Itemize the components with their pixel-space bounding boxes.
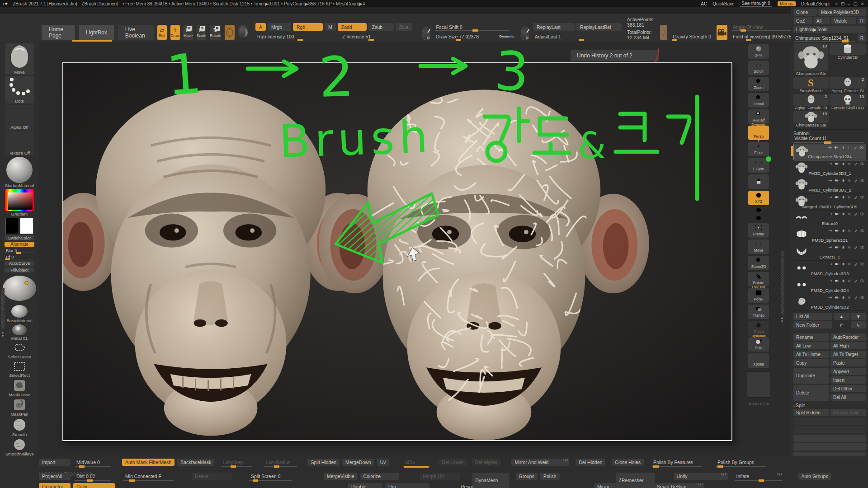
- brush-preview[interactable]: [225, 25, 235, 40]
- subtool-item[interactable]: Merged_PM3D_Cylinder3D5: [793, 194, 866, 211]
- metal-material-thumb[interactable]: [12, 324, 27, 335]
- zcut-toggle[interactable]: Zcut: [396, 23, 412, 31]
- gravity-strength-slider[interactable]: Gravity Strength 0: [671, 33, 713, 40]
- bottom-control[interactable]: Del Higher: [472, 459, 501, 466]
- bottom-control[interactable]: ProjectAll: [39, 473, 71, 480]
- scale-button[interactable]: S⊡Scale: [197, 25, 206, 40]
- shelf-button[interactable]: Zoom: [748, 77, 769, 91]
- tool-thumbnail[interactable]: Cylinder3D: [830, 43, 866, 76]
- menus-toggle[interactable]: Menus: [778, 1, 796, 6]
- rf-slider[interactable]: Rf 0: [5, 254, 34, 259]
- shelf-button[interactable]: Dynamic Solo: [748, 337, 769, 352]
- tool-thumbnail[interactable]: SimpleBrush: [793, 77, 829, 93]
- delete-button[interactable]: Delete: [793, 385, 829, 401]
- a-toggle[interactable]: A: [255, 23, 266, 31]
- angle-of-view-slider[interactable]: Angle Of View: [731, 23, 799, 31]
- bottom-control[interactable]: Polish By Groups: [714, 459, 768, 466]
- focal-shift-slider[interactable]: Focal Shift 0: [434, 23, 511, 31]
- visible-count-slider[interactable]: Visible Count 11: [793, 136, 866, 143]
- secondary-color-swatch[interactable]: [20, 218, 33, 234]
- z-intensity-slider[interactable]: Z Intensity 51: [340, 33, 399, 40]
- rgb-toggle[interactable]: Rgb: [293, 23, 323, 31]
- shelf-button[interactable]: [752, 215, 765, 221]
- move-down-button[interactable]: ▼: [851, 313, 867, 320]
- shelf-button[interactable]: L.Sym: [748, 158, 769, 173]
- bottom-control[interactable]: Close Holes: [612, 459, 644, 466]
- bottom-control[interactable]: Split Screen 0: [248, 473, 293, 480]
- move-up-button[interactable]: ▲: [834, 313, 849, 320]
- shelf-button[interactable]: [748, 174, 769, 189]
- zsub-toggle[interactable]: Zsub: [368, 23, 394, 31]
- subtool-action-button[interactable]: All Low: [793, 342, 829, 349]
- shelf-button[interactable]: Move: [748, 239, 769, 254]
- subtool-action-button[interactable]: Copy: [793, 359, 829, 366]
- bottom-control[interactable]: Import: [39, 459, 71, 466]
- bottom-control[interactable]: Geometry: [39, 483, 71, 488]
- bottom-control[interactable]: Morph UV: [420, 473, 460, 480]
- bottom-control[interactable]: Split Hidden: [307, 459, 340, 466]
- stroke-dial[interactable]: S: [422, 27, 430, 40]
- split-action-button[interactable]: [793, 443, 866, 450]
- bottom-control[interactable]: Mirror And Weld xyz: [511, 459, 569, 466]
- document-canvas[interactable]: [62, 62, 732, 441]
- panel-divider[interactable]: [781, 251, 784, 314]
- shelf-button[interactable]: Rotate: [748, 272, 769, 286]
- split-section-header[interactable]: Split: [793, 403, 866, 408]
- live-boolean-button[interactable]: Live Boolean: [118, 25, 154, 40]
- rotate-button[interactable]: R↻Rotate: [210, 25, 221, 40]
- m-toggle[interactable]: M: [325, 23, 336, 31]
- switch-color-button[interactable]: SwitchColor: [5, 235, 34, 240]
- insert-button[interactable]: Insert: [830, 376, 866, 384]
- tool-thumbnail[interactable]: 10 Chimpanzee Ste: [793, 43, 829, 76]
- shelf-button[interactable]: Y Floor: [748, 142, 769, 156]
- tool-thumbnail[interactable]: 2 Aging_Female_St: [793, 94, 829, 110]
- bottom-control[interactable]: Double: [348, 483, 382, 488]
- shelf-button[interactable]: Ghost: [748, 321, 769, 335]
- tool-thumbnail[interactable]: 10 Chimpanzee Ste: [793, 111, 829, 127]
- mrgb-toggle[interactable]: Mrgb: [268, 23, 291, 31]
- bottom-control[interactable]: LazyRadius: [262, 459, 298, 466]
- bottom-control[interactable]: Polish By Features: [650, 459, 703, 466]
- texture-on-label[interactable]: Texture On: [748, 401, 769, 406]
- shelf-button[interactable]: [752, 207, 765, 213]
- bottom-control[interactable]: Dist 0.02: [73, 473, 112, 480]
- shelf-button[interactable]: Zoom3D: [748, 256, 769, 270]
- del-other-button[interactable]: Del Other: [830, 385, 866, 392]
- panel-divider-arrows[interactable]: ▲▼: [780, 316, 784, 324]
- shelf-button[interactable]: AAHalf: [748, 109, 769, 124]
- subtool-action-button[interactable]: Paste: [830, 359, 866, 366]
- home-page-button[interactable]: Home Page: [42, 25, 75, 40]
- bottom-control[interactable]: Min Connected F: [122, 473, 175, 480]
- replay-last-button[interactable]: ReplayLast: [533, 23, 575, 31]
- duplicate-button[interactable]: Duplicate: [793, 368, 829, 384]
- make-polymesh3d-button[interactable]: Make PolyMesh3D: [818, 9, 866, 16]
- list-all-button[interactable]: List All: [793, 313, 832, 320]
- current-material-preview[interactable]: [3, 276, 36, 301]
- bottom-control[interactable]: ZRemesher: [616, 473, 655, 488]
- bottom-control[interactable]: Auto Mask FiberMesh: [122, 459, 175, 466]
- split-action-button[interactable]: [793, 418, 866, 425]
- replay-last-rel-button[interactable]: ReplayLastRel: [576, 23, 622, 31]
- tray-divider[interactable]: [1, 288, 5, 328]
- del-all-button[interactable]: Del All: [830, 394, 866, 401]
- defaultzscript-button[interactable]: DefaultZScript: [801, 1, 830, 6]
- split-action-button[interactable]: [793, 435, 866, 442]
- quicksave-button[interactable]: QuickSave: [712, 1, 734, 6]
- bottom-control[interactable]: LazyStep: [220, 459, 253, 466]
- shelf-button[interactable]: Scroll: [748, 61, 769, 75]
- split-action-button[interactable]: [793, 426, 866, 433]
- draw-button[interactable]: ✛Draw: [170, 25, 180, 40]
- subtool-action-button[interactable]: All High: [830, 342, 866, 349]
- subtool-item[interactable]: Extract1_1: [793, 244, 866, 261]
- select-rect-thumb[interactable]: [7, 361, 32, 372]
- gravity-direction[interactable]: [660, 25, 667, 40]
- shelf-button[interactable]: Frame: [748, 223, 769, 238]
- texture-slot[interactable]: Texture Off: [5, 131, 34, 156]
- shelf-button[interactable]: BPR: [748, 44, 769, 59]
- bottom-control[interactable]: SDiv: [401, 459, 431, 466]
- tool-thumbnail[interactable]: 2 Aging_Female_St: [830, 77, 866, 93]
- current-tool-slider[interactable]: Chimpanzee Step1234. 51: [793, 34, 856, 42]
- new-folder-button[interactable]: New Folder: [793, 321, 832, 328]
- subtool-item[interactable]: PM3D_Cylinder3D4: [793, 277, 866, 294]
- bottom-control[interactable]: Colorize: [360, 473, 399, 480]
